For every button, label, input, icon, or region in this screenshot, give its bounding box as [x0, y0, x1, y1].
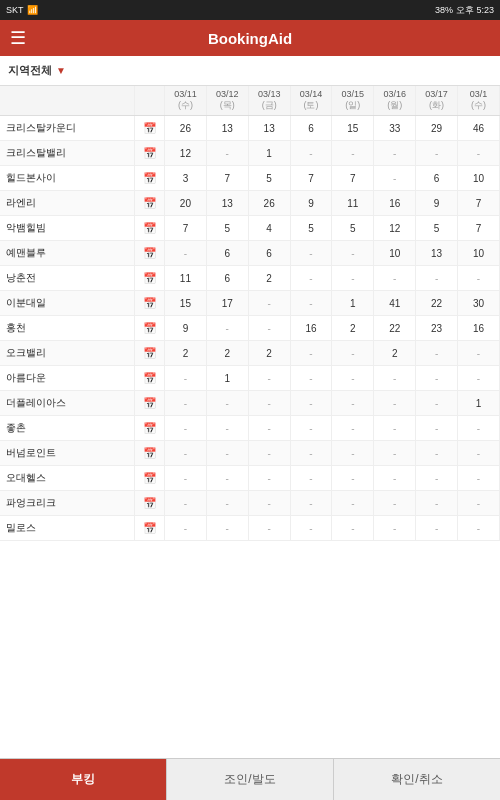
cell-13-3: - — [290, 441, 332, 466]
cell-6-6: - — [416, 266, 458, 291]
col-header-date-1: 03/12(목) — [206, 86, 248, 116]
cell-12-0: - — [165, 416, 207, 441]
row-name-8: 홍천 — [0, 316, 135, 341]
row-cal-icon-15[interactable]: 📅 — [135, 491, 165, 516]
time: 오후 5:23 — [456, 4, 494, 17]
cell-4-7: 7 — [458, 216, 500, 241]
cell-3-6: 9 — [416, 191, 458, 216]
cell-14-0: - — [165, 466, 207, 491]
cell-16-5: - — [374, 516, 416, 541]
cell-12-4: - — [332, 416, 374, 441]
table-row: 이분대일📅1517--1412230 — [0, 291, 500, 316]
filter-row[interactable]: 지역전체 ▼ — [0, 56, 500, 86]
row-cal-icon-5[interactable]: 📅 — [135, 241, 165, 266]
row-cal-icon-12[interactable]: 📅 — [135, 416, 165, 441]
filter-arrow-icon: ▼ — [56, 65, 66, 76]
cell-11-2: - — [248, 391, 290, 416]
row-cal-icon-8[interactable]: 📅 — [135, 316, 165, 341]
row-cal-icon-1[interactable]: 📅 — [135, 141, 165, 166]
status-bar: SKT 📶 38% 오후 5:23 — [0, 0, 500, 20]
cell-6-3: - — [290, 266, 332, 291]
row-cal-icon-11[interactable]: 📅 — [135, 391, 165, 416]
cell-7-0: 15 — [165, 291, 207, 316]
row-cal-icon-14[interactable]: 📅 — [135, 466, 165, 491]
cell-16-1: - — [206, 516, 248, 541]
cell-15-7: - — [458, 491, 500, 516]
cell-4-2: 4 — [248, 216, 290, 241]
cell-14-7: - — [458, 466, 500, 491]
bottom-tab-bar: 부킹조인/발도확인/취소 — [0, 758, 500, 800]
table-row: 크리스탈카운디📅261313615332946 — [0, 116, 500, 141]
cell-2-3: 7 — [290, 166, 332, 191]
cell-15-6: - — [416, 491, 458, 516]
row-cal-icon-7[interactable]: 📅 — [135, 291, 165, 316]
row-cal-icon-16[interactable]: 📅 — [135, 516, 165, 541]
cell-5-1: 6 — [206, 241, 248, 266]
cell-7-2: - — [248, 291, 290, 316]
cell-0-4: 15 — [332, 116, 374, 141]
row-cal-icon-9[interactable]: 📅 — [135, 341, 165, 366]
status-right: 38% 오후 5:23 — [435, 4, 494, 17]
cell-11-7: 1 — [458, 391, 500, 416]
cell-6-0: 11 — [165, 266, 207, 291]
cell-9-4: - — [332, 341, 374, 366]
col-header-name — [0, 86, 135, 116]
cell-2-1: 7 — [206, 166, 248, 191]
cell-12-7: - — [458, 416, 500, 441]
table-row: 예맨블루📅-66--101310 — [0, 241, 500, 266]
table-row: 더플레이아스📅-------1 — [0, 391, 500, 416]
row-cal-icon-3[interactable]: 📅 — [135, 191, 165, 216]
tab-조인/발도[interactable]: 조인/발도 — [167, 759, 334, 800]
row-cal-icon-6[interactable]: 📅 — [135, 266, 165, 291]
tab-부킹[interactable]: 부킹 — [0, 759, 167, 800]
cell-8-7: 16 — [458, 316, 500, 341]
cell-15-2: - — [248, 491, 290, 516]
row-cal-icon-4[interactable]: 📅 — [135, 216, 165, 241]
row-name-12: 좋촌 — [0, 416, 135, 441]
cell-0-1: 13 — [206, 116, 248, 141]
row-cal-icon-2[interactable]: 📅 — [135, 166, 165, 191]
cell-6-1: 6 — [206, 266, 248, 291]
row-name-1: 크리스탈밸리 — [0, 141, 135, 166]
cell-0-3: 6 — [290, 116, 332, 141]
col-header-date-7: 03/1(수) — [458, 86, 500, 116]
row-name-2: 힐드본사이 — [0, 166, 135, 191]
row-cal-icon-10[interactable]: 📅 — [135, 366, 165, 391]
table-row: 낭춘전📅1162----- — [0, 266, 500, 291]
cell-11-5: - — [374, 391, 416, 416]
cell-10-1: 1 — [206, 366, 248, 391]
table-row: 밀로스📅-------- — [0, 516, 500, 541]
row-name-13: 버넘로인트 — [0, 441, 135, 466]
cell-14-1: - — [206, 466, 248, 491]
cell-11-4: - — [332, 391, 374, 416]
cell-12-1: - — [206, 416, 248, 441]
cell-3-4: 11 — [332, 191, 374, 216]
cell-6-4: - — [332, 266, 374, 291]
cell-15-3: - — [290, 491, 332, 516]
booking-table: 03/11(수)03/12(목)03/13(금)03/14(토)03/15(일)… — [0, 86, 500, 541]
row-name-7: 이분대일 — [0, 291, 135, 316]
table-row: 버넘로인트📅-------- — [0, 441, 500, 466]
cell-9-2: 2 — [248, 341, 290, 366]
cell-7-3: - — [290, 291, 332, 316]
cell-14-3: - — [290, 466, 332, 491]
cell-15-0: - — [165, 491, 207, 516]
cell-1-1: - — [206, 141, 248, 166]
row-name-9: 오크밸리 — [0, 341, 135, 366]
row-name-4: 악뱀힐빔 — [0, 216, 135, 241]
table-row: 파엉크리크📅-------- — [0, 491, 500, 516]
cell-16-0: - — [165, 516, 207, 541]
cell-2-7: 10 — [458, 166, 500, 191]
row-name-16: 밀로스 — [0, 516, 135, 541]
cell-5-5: 10 — [374, 241, 416, 266]
row-cal-icon-0[interactable]: 📅 — [135, 116, 165, 141]
cell-5-0: - — [165, 241, 207, 266]
menu-icon[interactable]: ☰ — [10, 27, 26, 49]
cell-3-5: 16 — [374, 191, 416, 216]
cell-1-7: - — [458, 141, 500, 166]
cell-6-7: - — [458, 266, 500, 291]
cell-6-5: - — [374, 266, 416, 291]
tab-확인/취소[interactable]: 확인/취소 — [334, 759, 500, 800]
cell-16-7: - — [458, 516, 500, 541]
row-cal-icon-13[interactable]: 📅 — [135, 441, 165, 466]
